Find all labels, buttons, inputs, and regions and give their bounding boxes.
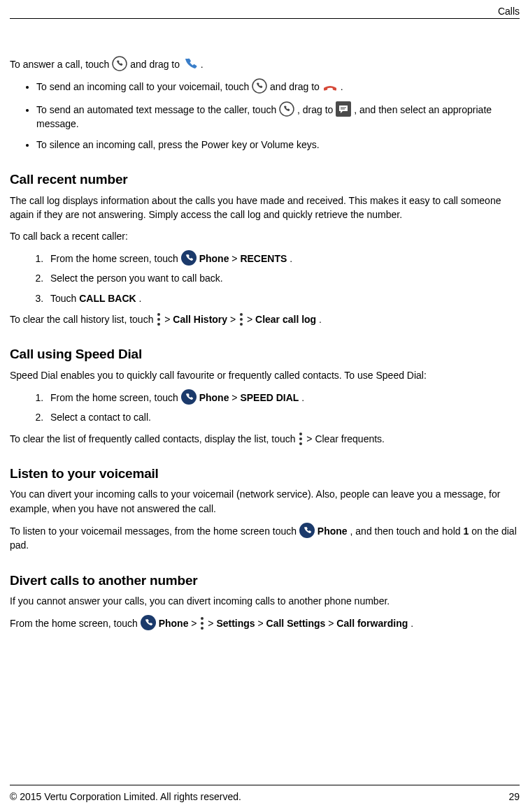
text: > (231, 253, 240, 264)
text: To answer a call, touch (10, 59, 112, 70)
list-item: From the home screen, touch Phone > SPEE… (46, 389, 520, 405)
clear-history-line: To clear the call history list, touch > … (10, 312, 520, 326)
handset-circle-icon (279, 101, 294, 117)
text: To send an automated text message to the… (36, 104, 279, 115)
text: > (208, 618, 216, 629)
list-item: To send an automated text message to the… (36, 101, 520, 131)
text: , and then touch and hold (350, 525, 464, 537)
list-item: To silence an incoming call, press the P… (36, 138, 520, 152)
handset-circle-icon (252, 78, 267, 94)
text: Touch (50, 293, 79, 304)
page-content: To answer a call, touch and drag to . To… (10, 56, 520, 773)
label-clear-call-log: Clear call log (255, 314, 316, 325)
text: From the home screen, touch (50, 392, 181, 403)
text: To listen to your voicemail messages, fr… (10, 525, 299, 537)
text: . (290, 253, 292, 264)
page-footer: © 2015 Vertu Corporation Limited. All ri… (10, 785, 520, 804)
list-item: To send an incoming call to your voicema… (36, 78, 520, 94)
label-speed-dial: SPEED DIAL (240, 392, 299, 403)
page-header-label: Calls (498, 4, 520, 18)
list-item: Touch CALL BACK . (46, 291, 520, 305)
handset-circle-icon (112, 56, 127, 71)
footer-rule (10, 785, 520, 785)
heading-divert: Divert calls to another number (10, 571, 520, 590)
call-recent-steps: From the home screen, touch Phone > RECE… (10, 250, 520, 305)
text: and drag to (270, 81, 322, 92)
text: > (230, 314, 238, 325)
heading-voicemail: Listen to your voicemail (10, 464, 520, 484)
phone-app-icon (181, 250, 197, 266)
label-settings: Settings (216, 618, 255, 629)
list-item: Select the person you want to call back. (46, 271, 520, 285)
text: To clear the list of frequently called c… (10, 433, 298, 444)
text: To call back a recent caller: (10, 229, 520, 243)
list-item: Select a contact to call. (46, 410, 520, 424)
copyright-text: © 2015 Vertu Corporation Limited. All ri… (10, 790, 241, 804)
text: . (411, 618, 413, 629)
speed-dial-steps: From the home screen, touch Phone > SPEE… (10, 389, 520, 425)
text: . (201, 59, 204, 70)
text: Speed Dial enables you to quickly call f… (10, 368, 520, 382)
phone-app-icon (141, 615, 156, 630)
heading-call-recent: Call recent number (10, 170, 520, 189)
text: > (231, 392, 240, 403)
text: > (191, 618, 199, 629)
text: To send an incoming call to your voicema… (36, 81, 252, 92)
text: The call log displays information about … (10, 194, 520, 222)
page-number: 29 (508, 790, 520, 804)
text: > (164, 314, 173, 325)
text: > (258, 618, 266, 629)
label-phone: Phone (317, 525, 348, 537)
text: To clear the call history list, touch (10, 314, 156, 325)
overflow-menu-icon (238, 312, 244, 326)
text: You can divert your incoming calls to yo… (10, 487, 520, 516)
label-phone: Phone (199, 253, 229, 264)
label-one-key: 1 (463, 525, 469, 537)
text: > Clear frequents. (306, 433, 385, 444)
label-phone: Phone (159, 618, 189, 629)
phone-app-icon (181, 389, 197, 405)
overflow-menu-icon (156, 312, 162, 326)
text: . (139, 293, 142, 304)
label-call-settings: Call Settings (266, 618, 326, 629)
list-item: From the home screen, touch Phone > RECE… (46, 250, 520, 266)
overflow-menu-icon (298, 432, 304, 446)
text: , drag to (297, 104, 336, 115)
label-call-history: Call History (173, 314, 227, 325)
label-call-back: CALL BACK (79, 293, 136, 304)
text: From the home screen, touch (10, 618, 141, 629)
overflow-menu-icon (199, 616, 205, 630)
text: . (341, 81, 343, 92)
header-rule (10, 18, 520, 19)
phone-app-icon (299, 523, 315, 538)
handset-blue-icon (183, 57, 198, 71)
divert-line: From the home screen, touch Phone > > Se… (10, 615, 520, 630)
text: . (301, 392, 304, 403)
answer-call-options: To send an incoming call to your voicema… (10, 78, 520, 152)
heading-speed-dial: Call using Speed Dial (10, 345, 520, 364)
text: > (247, 314, 255, 325)
handset-red-icon (322, 80, 338, 94)
text: If you cannot answer your calls, you can… (10, 594, 520, 608)
answer-call-line: To answer a call, touch and drag to . (10, 56, 520, 71)
clear-frequents-line: To clear the list of frequently called c… (10, 432, 520, 446)
text: > (328, 618, 336, 629)
message-square-icon (336, 101, 351, 117)
text: and drag to (130, 59, 183, 70)
label-phone: Phone (199, 392, 229, 403)
text: . (319, 314, 322, 325)
label-call-forwarding: Call forwarding (336, 618, 408, 629)
text: From the home screen, touch (50, 253, 181, 264)
label-recents: RECENTS (240, 253, 287, 264)
voicemail-line: To listen to your voicemail messages, fr… (10, 523, 520, 553)
